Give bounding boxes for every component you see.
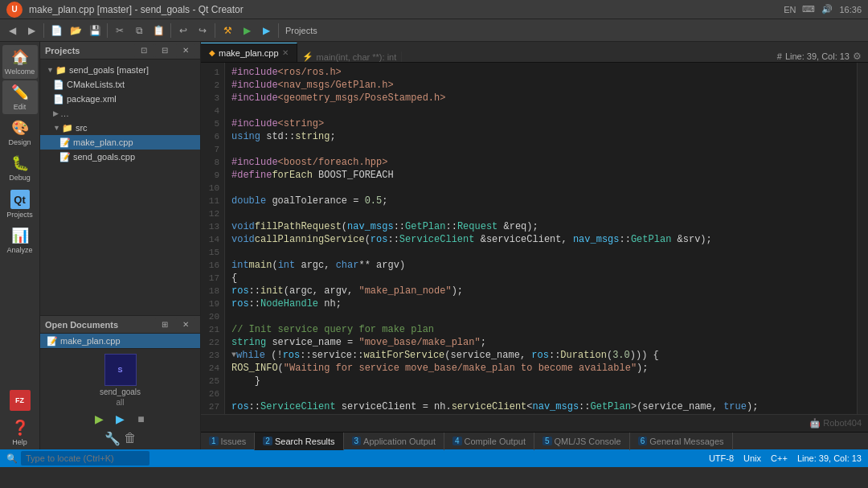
sidebar-item-edit[interactable]: ✏️ Edit [2, 80, 38, 114]
tree-item-make-plan-cpp[interactable]: 📝 make_plan.cpp [40, 135, 200, 150]
code-line-1: #include <ros/ros.h> [231, 66, 850, 79]
design-label: Design [8, 138, 31, 146]
code-line-26 [231, 388, 850, 400]
projects-tree: ▼ 📁 send_goals [master] 📄 CMakeLists.txt… [40, 59, 200, 315]
sidebar-item-projects[interactable]: Qt Projects [2, 187, 38, 222]
code-line-7 [231, 143, 850, 156]
sidebar-item-design[interactable]: 🎨 Design [2, 116, 38, 150]
status-line-col: Line: 39, Col: 13 [797, 453, 862, 463]
toolbar-forward[interactable]: ▶ [23, 22, 40, 39]
code-line-20 [231, 310, 850, 323]
run-button[interactable]: ▶ [91, 410, 108, 428]
run-buttons: ▶ ▶ ■ [43, 410, 197, 428]
toolbar-new[interactable]: 📄 [47, 22, 65, 39]
editor-scrollbar[interactable] [857, 63, 868, 414]
sidebar-item-debug[interactable]: 🐛 Debug [2, 151, 38, 185]
toolbar-redo[interactable]: ↪ [194, 22, 211, 39]
stop-button[interactable]: ■ [133, 410, 150, 428]
analyze-icon: 📊 [11, 227, 29, 244]
projects-header-actions: ⊡ ⊟ ✕ [134, 44, 195, 57]
status-left: 🔍 [6, 451, 149, 465]
robot404-watermark: 🤖 Robot404 [809, 418, 862, 429]
wrench-icon[interactable]: 🔧 [104, 431, 121, 446]
bottom-tab-issues[interactable]: 1 Issues [201, 433, 255, 450]
code-content[interactable]: #include <ros/ros.h> #include <nav_msgs/… [225, 63, 857, 414]
tab-modified-marker: ◆ [209, 48, 215, 57]
editor-area: ◆ make_plan.cpp ✕ ⚡ main(int, char **): … [201, 42, 868, 449]
projects-panel-header: Projects ⊡ ⊟ ✕ [40, 42, 200, 59]
open-documents-panel: Open Documents ⊞ ✕ 📝 make_plan.cpp [40, 315, 200, 348]
bottom-tab-compile-output[interactable]: 4 Compile Output [444, 433, 534, 450]
toolbar-back[interactable]: ◀ [3, 22, 21, 39]
bottom-tab-application-output[interactable]: 3 Application Output [344, 433, 444, 450]
open-docs-split-btn[interactable]: ⊞ [155, 318, 174, 331]
status-line-ending: Unix [743, 453, 761, 463]
titlebar: U make_plan.cpp [master] - send_goals - … [0, 0, 868, 19]
tab-close-make-plan[interactable]: ✕ [282, 48, 289, 57]
qt-icon: Qt [10, 190, 30, 209]
code-line-10 [231, 182, 850, 195]
send-goals-name: send_goals [43, 388, 197, 396]
doc-item-label: make_plan.cpp [60, 336, 121, 346]
help-icon: ❓ [11, 419, 29, 437]
sidebar-item-filezilla[interactable]: FZ [2, 387, 38, 414]
tree-item-package[interactable]: 📄 package.xml [40, 92, 200, 106]
open-docs-label: Open Documents [45, 320, 118, 330]
debug-icon: 🐛 [11, 154, 29, 172]
code-line-19: ros::NodeHandle nh; [231, 297, 850, 310]
tree-item-dotdot[interactable]: ▶ … [40, 106, 200, 121]
open-docs-header: Open Documents ⊞ ✕ [40, 316, 200, 334]
tree-item-send-goals-cpp[interactable]: 📝 send_goals.cpp [40, 150, 200, 164]
toolbar-debug-run[interactable]: ▶ [257, 22, 275, 39]
send-goals-logo[interactable]: S [104, 354, 137, 386]
all-label: all [43, 398, 197, 407]
code-line-13: void fillPathRequest(nav_msgs::GetPlan::… [231, 220, 850, 233]
open-docs-close-btn[interactable]: ✕ [176, 318, 195, 331]
sidebar-item-analyze[interactable]: 📊 Analyze [2, 223, 38, 257]
sidebar-item-welcome[interactable]: 🏠 Welcome [2, 45, 38, 79]
help-label: Help [12, 438, 27, 446]
code-line-6: using std::string; [231, 130, 850, 143]
code-line-5: #include <string> [231, 117, 850, 130]
tab-make-plan-cpp[interactable]: ◆ make_plan.cpp ✕ [201, 43, 297, 62]
code-line-14: void callPlanningService(ros::ServiceCli… [231, 233, 850, 246]
tree-item-send-goals[interactable]: ▼ 📁 send_goals [master] [40, 63, 200, 77]
editor-tab-bar: ◆ make_plan.cpp ✕ ⚡ main(int, char **): … [201, 42, 868, 63]
toolbar-save[interactable]: 💾 [86, 22, 104, 39]
tree-item-src[interactable]: ▼ 📁 src [40, 121, 200, 135]
bottom-tab-general-messages[interactable]: 6 General Messages [630, 433, 733, 450]
projects-collapse-btn[interactable]: ⊟ [155, 44, 174, 57]
code-line-3: #include <geometry_msgs/PoseStamped.h> [231, 92, 850, 105]
toolbar-sep-1 [43, 23, 44, 38]
sidebar-item-help[interactable]: ❓ Help [2, 416, 38, 449]
bottom-tab-qml-console[interactable]: 5 QML/JS Console [534, 433, 630, 450]
breadcrumb-text: main(int, char **): int [317, 52, 397, 62]
tab-label-make-plan: make_plan.cpp [219, 48, 279, 58]
toolbar-projects-label: Projects [285, 26, 317, 35]
locate-input[interactable] [21, 451, 149, 465]
code-line-24: ROS_INFO("Waiting for service move_base/… [231, 362, 850, 375]
code-line-11: double goalTolerance = 0.5; [231, 195, 850, 207]
bottom-tab-search-results[interactable]: 2 Search Results [255, 433, 343, 450]
toolbar-copy[interactable]: ⧉ [130, 22, 148, 39]
toolbar-open[interactable]: 📂 [67, 22, 84, 39]
code-line-8: #include <boost/foreach.hpp> [231, 156, 850, 169]
toolbar-paste[interactable]: 📋 [149, 22, 167, 39]
projects-close-btn[interactable]: ✕ [176, 44, 195, 57]
debug-button[interactable]: ▶ [112, 410, 129, 428]
left-sidebar: 🏠 Welcome ✏️ Edit 🎨 Design 🐛 Debug Qt Pr… [0, 42, 40, 449]
code-line-23: ▼ while (!ros::service::waitForService(s… [231, 349, 850, 362]
tools-row: 🔧 🗑 [43, 431, 197, 446]
tree-item-cmakelists[interactable]: 📄 CMakeLists.txt [40, 77, 200, 92]
toolbar-build[interactable]: ⚒ [219, 22, 236, 39]
toolbar-sep-5 [278, 23, 279, 38]
doc-item-make-plan[interactable]: 📝 make_plan.cpp [40, 334, 200, 348]
editor-settings-btn[interactable]: ⚙ [853, 51, 862, 62]
code-line-21: // Init service query for make plan [231, 323, 850, 336]
trash-icon[interactable]: 🗑 [124, 431, 137, 446]
toolbar-run[interactable]: ▶ [238, 22, 256, 39]
bottom-tabs: 1 Issues 2 Search Results 3 Application … [201, 432, 868, 449]
projects-filter-btn[interactable]: ⊡ [134, 44, 154, 57]
toolbar-cut[interactable]: ✂ [111, 22, 129, 39]
toolbar-undo[interactable]: ↩ [174, 22, 192, 39]
